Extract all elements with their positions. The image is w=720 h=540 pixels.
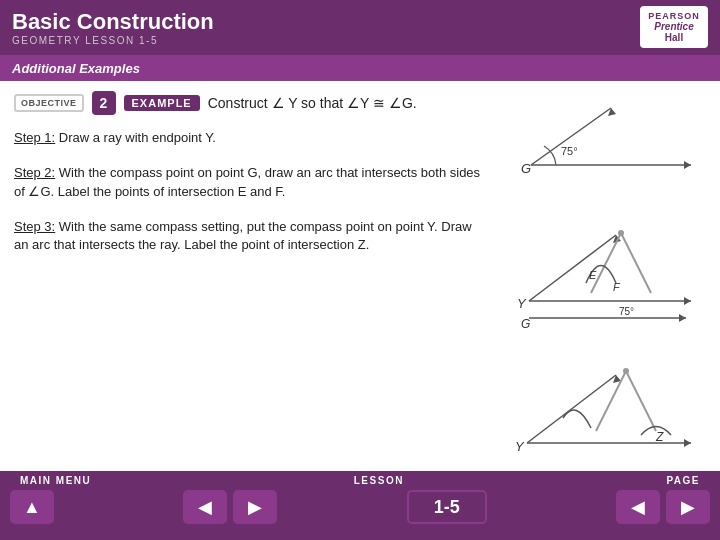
- svg-line-23: [527, 375, 616, 443]
- diagram-1: G 75°: [501, 93, 701, 207]
- svg-text:Y: Y: [515, 439, 525, 454]
- svg-text:75°: 75°: [561, 145, 578, 157]
- subtitle: GEOMETRY LESSON 1-5: [12, 35, 214, 46]
- page-nav: ◀ ▶: [616, 490, 710, 524]
- svg-marker-19: [679, 314, 686, 322]
- step-2: Step 2: With the compass point on point …: [14, 164, 486, 202]
- header-title-block: Basic Construction GEOMETRY LESSON 1-5: [12, 9, 214, 46]
- svg-text:Y: Y: [517, 296, 527, 311]
- pearson-logo-bottom: Prentice: [654, 21, 693, 32]
- svg-marker-22: [684, 439, 691, 447]
- page-next-icon: ▶: [681, 496, 695, 518]
- svg-line-25: [626, 371, 656, 431]
- page-number: 1-5: [434, 497, 460, 518]
- lesson-next-button[interactable]: ▶: [233, 490, 277, 524]
- objective-badge: OBJECTIVE: [14, 94, 84, 112]
- right-panel: G 75° Y: [496, 91, 706, 465]
- additional-examples-bar: Additional Examples: [0, 55, 720, 81]
- lesson-prev-icon: ◀: [198, 496, 212, 518]
- home-icon: ▲: [23, 497, 41, 518]
- step-2-title: Step 2:: [14, 165, 55, 180]
- svg-point-13: [618, 230, 624, 236]
- step-3: Step 3: With the same compass setting, p…: [14, 218, 486, 256]
- svg-text:G: G: [521, 161, 531, 176]
- page-next-button[interactable]: ▶: [666, 490, 710, 524]
- step-1-body: Draw a ray with endpoint Y.: [59, 130, 216, 145]
- step-3-title: Step 3:: [14, 219, 55, 234]
- lesson-prev-button[interactable]: ◀: [183, 490, 227, 524]
- page-prev-icon: ◀: [631, 496, 645, 518]
- step-2-body: With the compass point on point G, draw …: [14, 165, 480, 199]
- example-badge: EXAMPLE: [124, 95, 200, 111]
- lesson-nav: ◀ ▶: [183, 490, 277, 524]
- diagram-2: Y E F G 75°: [501, 213, 701, 347]
- number-badge: 2: [92, 91, 116, 115]
- page-number-box: 1-5: [407, 490, 487, 524]
- diagram-3: Y Z: [501, 353, 701, 472]
- pearson-logo: PEARSON Prentice Hall: [640, 6, 708, 48]
- diagram-1-svg: G 75°: [501, 93, 701, 203]
- svg-marker-2: [684, 161, 691, 169]
- svg-text:G: G: [521, 317, 530, 331]
- step-3-body: With the same compass setting, put the c…: [14, 219, 472, 253]
- step-1: Step 1: Draw a ray with endpoint Y.: [14, 129, 486, 148]
- svg-marker-8: [684, 297, 691, 305]
- home-button[interactable]: ▲: [10, 490, 54, 524]
- header: Basic Construction GEOMETRY LESSON 1-5 P…: [0, 0, 720, 55]
- footer-buttons: ▲ ◀ ▶ 1-5 ◀ ▶: [0, 488, 720, 530]
- footer: MAIN MENU LESSON PAGE ▲ ◀ ▶ 1-5 ◀ ▶: [0, 471, 720, 540]
- diagram-2-svg: Y E F G 75°: [501, 213, 701, 343]
- example-text: Construct ∠ Y so that ∠Y ≅ ∠G.: [208, 95, 417, 111]
- svg-text:75°: 75°: [619, 306, 634, 317]
- footer-label-page: PAGE: [666, 475, 700, 486]
- svg-point-27: [623, 368, 629, 374]
- svg-text:Z: Z: [655, 430, 664, 444]
- footer-label-main: MAIN MENU: [20, 475, 91, 486]
- additional-examples-label: Additional Examples: [12, 61, 140, 76]
- step-1-title: Step 1:: [14, 130, 55, 145]
- svg-line-26: [596, 371, 626, 431]
- main-title: Basic Construction: [12, 9, 214, 35]
- pearson-logo-line: Hall: [665, 32, 683, 43]
- objective-row: OBJECTIVE 2 EXAMPLE Construct ∠ Y so tha…: [14, 91, 486, 115]
- pearson-logo-top: PEARSON: [648, 11, 700, 21]
- svg-text:E: E: [589, 269, 597, 281]
- svg-text:F: F: [613, 281, 621, 293]
- left-panel: OBJECTIVE 2 EXAMPLE Construct ∠ Y so tha…: [14, 91, 496, 465]
- diagram-3-svg: Y Z: [501, 353, 701, 468]
- content: OBJECTIVE 2 EXAMPLE Construct ∠ Y so tha…: [0, 81, 720, 471]
- svg-line-11: [621, 233, 651, 293]
- footer-labels: MAIN MENU LESSON PAGE: [0, 471, 720, 488]
- footer-label-lesson: LESSON: [354, 475, 404, 486]
- page-prev-button[interactable]: ◀: [616, 490, 660, 524]
- lesson-next-icon: ▶: [248, 496, 262, 518]
